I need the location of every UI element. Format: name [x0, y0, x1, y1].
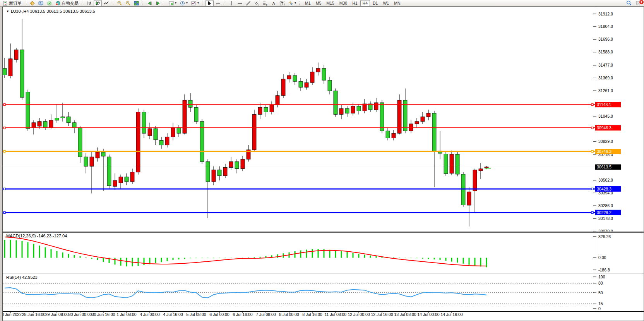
vertical-line-button[interactable] [227, 0, 235, 6]
zoom-in-button[interactable] [115, 0, 123, 6]
price-tick-label: 31477.0 [598, 63, 613, 67]
macd-histogram-bar [469, 258, 470, 265]
timeframe-label: MN [394, 1, 400, 5]
crosshair-button[interactable] [214, 0, 222, 6]
bar-chart-icon [87, 1, 92, 6]
macd-histogram-bar [254, 257, 255, 257]
price-tick-label: 31912.0 [598, 12, 613, 16]
macd-histogram-bar [370, 256, 371, 258]
candle-bull [165, 137, 169, 145]
timeframe-label: H1 [352, 1, 357, 5]
macd-histogram-bar [312, 249, 313, 257]
terminal-button[interactable] [37, 0, 45, 6]
timeframe-label: H4 [363, 1, 368, 5]
market-watch-icon [47, 1, 52, 6]
macd-histogram-bar [120, 258, 122, 266]
equidistant-channel-button[interactable]: E [253, 0, 261, 6]
line-handle [3, 104, 5, 106]
candle-bear [461, 174, 465, 205]
autotrading-button[interactable]: 自动交易 [54, 0, 80, 6]
line-handle [591, 211, 593, 213]
time-tick-label: 8 Jul 00:00 [279, 312, 299, 317]
chevron-down-icon: ▾ [295, 2, 296, 5]
market-watch-button[interactable] [45, 0, 53, 6]
timeframe-m15-button[interactable]: M15 [324, 0, 336, 6]
timeframe-mn-button[interactable]: MN [392, 0, 402, 6]
timeframe-d1-button[interactable]: D1 [370, 0, 380, 6]
candle-bear [125, 177, 128, 182]
trendline-button[interactable] [244, 0, 252, 6]
timeframe-h4-button[interactable]: H4 [360, 0, 370, 6]
candle-bull [212, 170, 216, 182]
macd-histogram-bar [341, 251, 342, 257]
time-tick-label: 7 Jul 08:00 [256, 312, 276, 317]
macd-histogram-bar [74, 255, 75, 258]
timeframe-m1-button[interactable]: M1 [303, 0, 313, 6]
macd-histogram-bar [68, 254, 69, 258]
text-button[interactable]: A [270, 0, 278, 6]
candle-bull [316, 69, 320, 72]
macd-histogram-bar [86, 257, 87, 258]
timeframe-w1-button[interactable]: W1 [380, 0, 391, 6]
arrows-icon [288, 1, 293, 6]
candle-bear [72, 123, 76, 128]
vertical-line-icon [229, 1, 234, 6]
candle-bear [218, 170, 221, 176]
macd-histogram-bar [27, 242, 29, 257]
candle-bear [159, 140, 163, 145]
price-badge-label: 31143.1 [597, 102, 611, 107]
macd-histogram-bar [329, 250, 331, 258]
macd-histogram-bar [62, 252, 63, 258]
candle-bull [276, 96, 279, 105]
timeframe-m5-button[interactable]: M5 [313, 0, 324, 6]
tile-windows-icon [134, 1, 139, 6]
auto-scroll-button[interactable] [146, 0, 154, 6]
candle-bull [409, 124, 413, 131]
time-tick-label: 12 Jul 00:00 [348, 312, 370, 317]
candle-bear [26, 92, 30, 129]
indicators-button[interactable]: ▾ [167, 0, 178, 6]
candle-bull [119, 177, 123, 183]
zoom-out-button[interactable] [124, 0, 132, 6]
main-toolbar: 新订单 自动交易 ▾ ▾ [0, 0, 644, 7]
candle-bull [374, 103, 378, 110]
chart-shift-button[interactable] [154, 0, 162, 6]
horizontal-line-button[interactable] [236, 0, 244, 6]
candle-bear [322, 69, 326, 80]
macd-histogram-bar [318, 249, 319, 258]
candle-bull [281, 79, 285, 96]
rsi-tick-label: 0 [598, 306, 601, 311]
timeframe-h1-button[interactable]: H1 [350, 0, 360, 6]
fibonacci-button[interactable]: F [261, 0, 269, 6]
metaeditor-button[interactable] [28, 0, 36, 6]
arrows-button[interactable]: ▾ [287, 0, 298, 6]
text-label-button[interactable]: T [278, 0, 286, 6]
line-chart-button[interactable] [102, 0, 110, 6]
candle-bull [148, 129, 152, 136]
price-chart-canvas[interactable]: 31912.031804.031696.031588.031477.031369… [2, 7, 644, 321]
candle-bear [194, 107, 198, 122]
candlestick-chart-button[interactable] [94, 0, 102, 6]
templates-button[interactable]: ▾ [190, 0, 200, 6]
macd-histogram-bar [399, 258, 400, 258]
chevron-down-icon: ▾ [175, 2, 176, 5]
chart-shift-icon [156, 1, 161, 6]
macd-histogram-bar [457, 258, 458, 263]
notifications-button[interactable]: 1 [634, 0, 643, 6]
macd-histogram-bar [480, 258, 481, 267]
candle-bear [3, 69, 7, 75]
bar-chart-button[interactable] [85, 0, 93, 6]
tile-windows-button[interactable] [132, 0, 140, 6]
text-label-icon: T [280, 1, 285, 6]
macd-histogram-bar [463, 258, 464, 264]
search-button[interactable] [625, 0, 633, 6]
macd-histogram-bar [347, 252, 348, 258]
new-order-button[interactable]: 新订单 [1, 0, 23, 6]
cursor-button[interactable] [206, 0, 214, 6]
periods-button[interactable]: ▾ [178, 0, 189, 6]
timeframe-m30-button[interactable]: M30 [337, 0, 349, 6]
candle-bull [397, 100, 401, 133]
chevron-down-icon: ▾ [186, 2, 188, 5]
macd-histogram-bar [260, 257, 261, 258]
time-tick-label: 12 Jul 16:00 [371, 312, 393, 317]
